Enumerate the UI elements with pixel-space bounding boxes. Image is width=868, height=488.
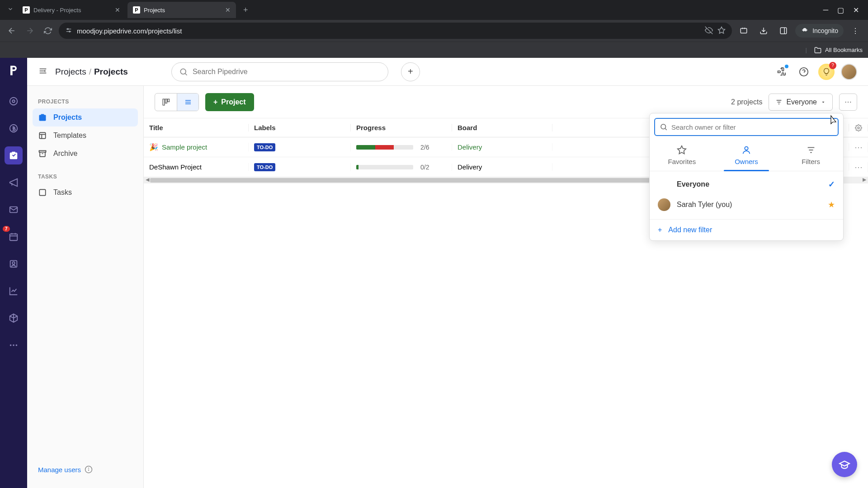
- notification-dot: [785, 65, 788, 68]
- search-input[interactable]: [193, 68, 381, 76]
- svg-point-49: [745, 147, 748, 150]
- new-tab-button[interactable]: +: [238, 5, 254, 15]
- search-icon: [660, 123, 668, 131]
- quick-add-button[interactable]: +: [401, 62, 420, 81]
- nav-mail-icon[interactable]: [5, 201, 23, 219]
- button-label: Project: [221, 98, 245, 106]
- all-bookmarks-link[interactable]: All Bookmarks: [825, 47, 863, 53]
- nav-projects-icon[interactable]: [5, 146, 23, 164]
- bookmark-star-icon[interactable]: [717, 26, 726, 36]
- svg-point-19: [12, 262, 15, 264]
- help-icon[interactable]: [796, 64, 812, 80]
- breadcrumb-root[interactable]: Projects: [55, 67, 86, 77]
- nav-products-icon[interactable]: [5, 309, 23, 327]
- progress-text: 2/6: [420, 144, 429, 151]
- help-fab[interactable]: [832, 452, 857, 477]
- url-bar[interactable]: moodjoy.pipedrive.com/projects/list: [59, 23, 732, 39]
- info-icon[interactable]: [85, 465, 93, 474]
- nav-activities-icon[interactable]: 7: [5, 228, 23, 246]
- downloads-icon[interactable]: [755, 23, 772, 39]
- manage-users-link[interactable]: Manage users: [38, 466, 81, 474]
- global-search[interactable]: [171, 62, 388, 81]
- col-title[interactable]: Title: [144, 124, 249, 131]
- add-filter-button[interactable]: + Add new filter: [650, 220, 843, 240]
- sidebar-item-label: Projects: [53, 113, 82, 122]
- browser-tab[interactable]: P Delivery - Projects ✕: [17, 2, 126, 18]
- tab-owners[interactable]: Owners: [714, 141, 779, 171]
- bulb-badge: ?: [829, 62, 836, 69]
- breadcrumb: Projects / Projects: [55, 67, 128, 77]
- close-tab-icon[interactable]: ✕: [115, 6, 120, 14]
- url-text: moodjoy.pipedrive.com/projects/list: [77, 27, 182, 35]
- owner-filter-button[interactable]: Everyone: [769, 94, 833, 111]
- browser-titlebar: P Delivery - Projects ✕ P Projects ✕ + ─…: [0, 0, 868, 20]
- new-project-button[interactable]: + Project: [205, 93, 254, 111]
- nav-leads-icon[interactable]: [5, 92, 23, 110]
- sales-assistant-icon[interactable]: ?: [818, 64, 835, 80]
- cell-labels: TO-DO: [249, 163, 351, 171]
- page-header: Projects / Projects + ?: [27, 58, 868, 86]
- sidebar-toggle-icon[interactable]: [38, 66, 48, 78]
- sidebar-item-templates[interactable]: Templates: [33, 127, 138, 145]
- chevron-down-icon: [821, 99, 826, 105]
- eye-off-icon[interactable]: [705, 26, 713, 36]
- svg-point-36: [89, 468, 89, 469]
- popover-search-input[interactable]: [671, 123, 833, 131]
- user-avatar[interactable]: [841, 64, 857, 80]
- content-toolbar: + Project 2 projects Everyone ⋯: [144, 86, 868, 118]
- side-panel-icon[interactable]: [775, 23, 792, 39]
- svg-point-22: [16, 344, 18, 346]
- site-settings-icon[interactable]: [65, 27, 72, 35]
- minimize-icon[interactable]: ─: [823, 6, 828, 14]
- tab-favorites[interactable]: Favorites: [650, 141, 714, 171]
- board-link[interactable]: Delivery: [458, 143, 482, 151]
- svg-rect-39: [168, 99, 170, 102]
- back-button[interactable]: [5, 23, 19, 38]
- incognito-badge[interactable]: Incognito: [795, 24, 844, 38]
- scroll-left-arrow[interactable]: ◀: [146, 177, 149, 183]
- col-progress[interactable]: Progress: [351, 124, 452, 131]
- table-settings-button[interactable]: [849, 124, 868, 131]
- owner-option-everyone[interactable]: Everyone ✓: [650, 175, 843, 194]
- sidebar-item-tasks[interactable]: Tasks: [33, 183, 138, 202]
- list-view-button[interactable]: [177, 94, 198, 111]
- popover-search[interactable]: [654, 118, 839, 136]
- chrome-menu-icon[interactable]: ⋮: [847, 23, 863, 39]
- reload-button[interactable]: [41, 23, 55, 38]
- cell-progress: 0/2: [351, 164, 452, 171]
- section-sidebar: PROJECTS Projects Templates Archive TASK…: [27, 86, 144, 488]
- sidebar-item-label: Archive: [53, 150, 77, 158]
- tab-list-dropdown[interactable]: [4, 6, 17, 14]
- sidebar-item-projects[interactable]: Projects: [33, 108, 138, 127]
- pipedrive-logo[interactable]: [5, 62, 22, 79]
- row-more-button[interactable]: ⋯: [849, 142, 868, 152]
- owner-option-self[interactable]: Sarah Tyler (you) ★: [650, 194, 843, 216]
- scroll-right-arrow[interactable]: ▶: [863, 177, 866, 183]
- sidebar-item-archive[interactable]: Archive: [33, 145, 138, 163]
- project-title-link[interactable]: Sample project: [162, 143, 207, 151]
- board-view-button[interactable]: [155, 94, 177, 111]
- svg-point-10: [10, 98, 18, 105]
- browser-tab-active[interactable]: P Projects ✕: [127, 2, 236, 18]
- marketplace-icon[interactable]: [773, 64, 789, 80]
- star-icon[interactable]: ★: [828, 200, 835, 210]
- nav-more-icon[interactable]: [5, 336, 23, 354]
- col-labels[interactable]: Labels: [249, 124, 351, 131]
- close-tab-icon[interactable]: ✕: [225, 6, 231, 14]
- forward-button[interactable]: [23, 23, 37, 38]
- nav-insights-icon[interactable]: [5, 282, 23, 300]
- nav-campaigns-icon[interactable]: [5, 174, 23, 192]
- maximize-icon[interactable]: ▢: [837, 6, 844, 14]
- tab-filters[interactable]: Filters: [778, 141, 843, 171]
- tab-favicon: P: [23, 6, 30, 14]
- row-more-button[interactable]: ⋯: [849, 162, 868, 172]
- tab-title: Delivery - Projects: [33, 7, 81, 14]
- svg-line-47: [665, 128, 666, 130]
- media-control-icon[interactable]: [736, 23, 752, 39]
- nav-contacts-icon[interactable]: [5, 255, 23, 273]
- nav-deals-icon[interactable]: [5, 119, 23, 137]
- col-board[interactable]: Board: [452, 124, 552, 131]
- close-window-icon[interactable]: ✕: [853, 6, 859, 14]
- more-actions-button[interactable]: ⋯: [839, 94, 857, 111]
- board-text: Delivery: [458, 163, 482, 171]
